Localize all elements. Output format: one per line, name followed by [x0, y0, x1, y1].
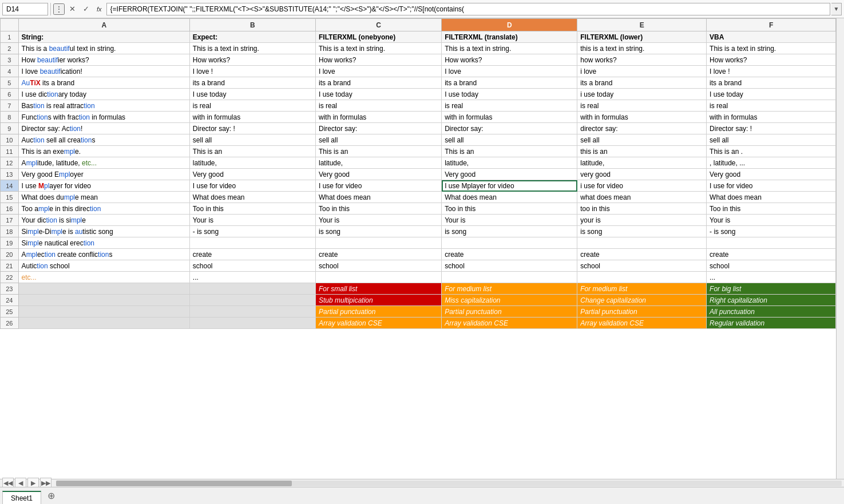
- cell-e9[interactable]: director say:: [577, 123, 707, 134]
- cell-b25[interactable]: [189, 306, 315, 318]
- cell-a24[interactable]: [18, 295, 189, 306]
- cell-a4[interactable]: I love beautification!: [18, 66, 189, 77]
- cell-a14[interactable]: I use Mplayer for video: [18, 180, 189, 192]
- cell-f19[interactable]: [707, 237, 836, 249]
- cell-ref-box[interactable]: D14: [2, 3, 48, 15]
- add-sheet-button[interactable]: ⊕: [45, 490, 57, 502]
- cell-c25[interactable]: Partial punctuation: [316, 306, 442, 318]
- cell-b2[interactable]: This is a text in string.: [189, 43, 315, 54]
- cell-d8[interactable]: with in formulas: [442, 112, 577, 123]
- confirm-formula-button[interactable]: ✓: [80, 3, 92, 15]
- cell-b4[interactable]: I love !: [189, 66, 315, 77]
- cell-a23[interactable]: [18, 283, 189, 295]
- cell-e23[interactable]: For medium list: [577, 283, 707, 295]
- cell-e1[interactable]: FILTERXML (lower): [577, 31, 707, 43]
- col-header-e[interactable]: E: [577, 19, 707, 31]
- cell-e4[interactable]: i love: [577, 66, 707, 77]
- cell-f6[interactable]: I use today: [707, 89, 836, 100]
- cell-d6[interactable]: I use today: [442, 89, 577, 100]
- cell-c15[interactable]: What does mean: [316, 192, 442, 203]
- cell-f26[interactable]: Regular validation: [707, 318, 836, 329]
- cell-b19[interactable]: [189, 237, 315, 249]
- vertical-scrollbar[interactable]: [836, 18, 844, 479]
- cell-f5[interactable]: its a brand: [707, 77, 836, 89]
- cell-b8[interactable]: with in formulas: [189, 112, 315, 123]
- cell-a8[interactable]: Functions with fraction in formulas: [18, 112, 189, 123]
- cell-a1[interactable]: String:: [18, 31, 189, 43]
- cell-e20[interactable]: create: [577, 249, 707, 260]
- cell-a25[interactable]: [18, 306, 189, 318]
- cell-d10[interactable]: sell all: [442, 134, 577, 146]
- cell-c16[interactable]: Too in this: [316, 203, 442, 215]
- cell-d5[interactable]: its a brand: [442, 77, 577, 89]
- cell-f3[interactable]: How works?: [707, 54, 836, 66]
- cell-d12[interactable]: latitude,: [442, 157, 577, 169]
- cell-d3[interactable]: How works?: [442, 54, 577, 66]
- cell-f17[interactable]: Your is: [707, 215, 836, 226]
- cell-f20[interactable]: create: [707, 249, 836, 260]
- cell-f10[interactable]: sell all: [707, 134, 836, 146]
- cell-e10[interactable]: sell all: [577, 134, 707, 146]
- cell-f22[interactable]: ...: [707, 272, 836, 283]
- cell-b12[interactable]: latitude,: [189, 157, 315, 169]
- cell-c18[interactable]: is song: [316, 226, 442, 237]
- cell-c21[interactable]: school: [316, 260, 442, 272]
- cell-d24[interactable]: Miss capitalization: [442, 295, 577, 306]
- cell-d17[interactable]: Your is: [442, 215, 577, 226]
- cell-e25[interactable]: Partial punctuation: [577, 306, 707, 318]
- cell-d14[interactable]: I use Mplayer for video: [442, 180, 577, 192]
- cell-c13[interactable]: Very good: [316, 169, 442, 180]
- cell-a16[interactable]: Too ample in this direction: [18, 203, 189, 215]
- horizontal-scrollbar[interactable]: ◀◀ ◀ ▶ ▶▶: [0, 479, 844, 487]
- cell-a2[interactable]: This is a beautiful text in string.: [18, 43, 189, 54]
- cell-c6[interactable]: I use today: [316, 89, 442, 100]
- cell-e22[interactable]: [577, 272, 707, 283]
- cell-d15[interactable]: What does mean: [442, 192, 577, 203]
- cell-f11[interactable]: This is an .: [707, 146, 836, 157]
- cell-c7[interactable]: is real: [316, 100, 442, 112]
- cell-e12[interactable]: latitude,: [577, 157, 707, 169]
- more-options-button[interactable]: ⋮: [53, 3, 65, 15]
- cell-d25[interactable]: Partial punctuation: [442, 306, 577, 318]
- cell-b23[interactable]: [189, 283, 315, 295]
- cell-c19[interactable]: [316, 237, 442, 249]
- cell-d22[interactable]: [442, 272, 577, 283]
- cell-f4[interactable]: I love !: [707, 66, 836, 77]
- cell-a26[interactable]: [18, 318, 189, 329]
- cell-e17[interactable]: your is: [577, 215, 707, 226]
- cell-e13[interactable]: very good: [577, 169, 707, 180]
- cell-b20[interactable]: create: [189, 249, 315, 260]
- cell-b18[interactable]: - is song: [189, 226, 315, 237]
- cell-d1[interactable]: FILTERXML (translate): [442, 31, 577, 43]
- cell-d13[interactable]: Very good: [442, 169, 577, 180]
- cell-c5[interactable]: its a brand: [316, 77, 442, 89]
- cell-a22[interactable]: etc...: [18, 272, 189, 283]
- cell-f25[interactable]: All punctuation: [707, 306, 836, 318]
- cell-d9[interactable]: Director say:: [442, 123, 577, 134]
- cell-a17[interactable]: Your diction is simple: [18, 215, 189, 226]
- cell-b21[interactable]: school: [189, 260, 315, 272]
- cell-a20[interactable]: Amplection create conflictions: [18, 249, 189, 260]
- cell-f2[interactable]: This is a text in string.: [707, 43, 836, 54]
- cell-c9[interactable]: Director say:: [316, 123, 442, 134]
- cell-b10[interactable]: sell all: [189, 134, 315, 146]
- cell-e15[interactable]: what does mean: [577, 192, 707, 203]
- cell-a18[interactable]: Simple-Dimple is autistic song: [18, 226, 189, 237]
- cell-b22[interactable]: ...: [189, 272, 315, 283]
- cell-b5[interactable]: its a brand: [189, 77, 315, 89]
- cell-b9[interactable]: Director say: !: [189, 123, 315, 134]
- table-wrapper[interactable]: A B C D E F 1String:Expect:FILTERXML (on…: [0, 18, 836, 479]
- formula-input[interactable]: [106, 3, 830, 15]
- cell-a15[interactable]: What does dumple mean: [18, 192, 189, 203]
- cell-f18[interactable]: - is song: [707, 226, 836, 237]
- cell-f15[interactable]: What does mean: [707, 192, 836, 203]
- cell-b17[interactable]: Your is: [189, 215, 315, 226]
- col-header-b[interactable]: B: [189, 19, 315, 31]
- cell-e26[interactable]: Array validation CSE: [577, 318, 707, 329]
- cell-d21[interactable]: school: [442, 260, 577, 272]
- cell-f8[interactable]: with in formulas: [707, 112, 836, 123]
- col-header-d[interactable]: D: [442, 19, 577, 31]
- formula-dropdown-button[interactable]: ▼: [831, 3, 842, 15]
- cell-e24[interactable]: Change capitalization: [577, 295, 707, 306]
- cell-a10[interactable]: Auction sell all creations: [18, 134, 189, 146]
